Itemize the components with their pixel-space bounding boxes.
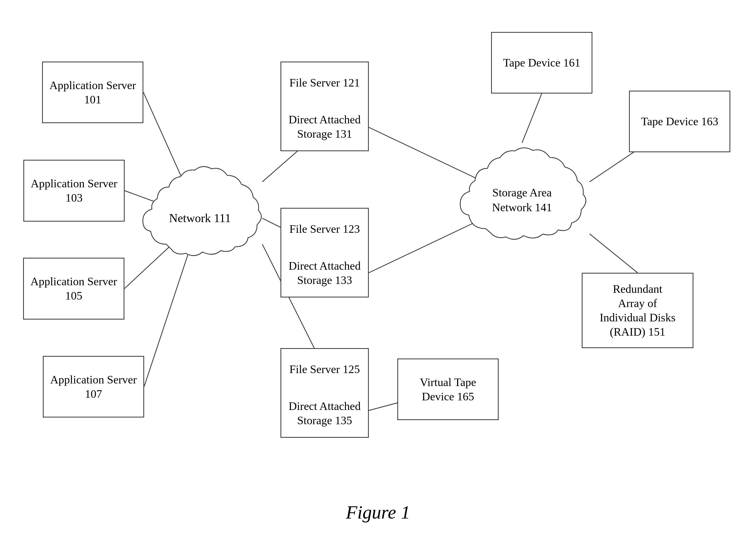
das-135: Direct AttachedStorage 135 (280, 390, 369, 438)
svg-line-11 (590, 234, 638, 273)
diagram: Application Server 101 Application Serve… (0, 0, 756, 544)
virtual-tape-device-165: Virtual TapeDevice 165 (397, 359, 499, 420)
san-141-label: Storage AreaNetwork 141 (487, 185, 557, 215)
svg-line-9 (522, 93, 542, 143)
app-server-105: Application Server 105 (23, 258, 124, 320)
das-131: Direct AttachedStorage 131 (280, 103, 369, 151)
network-111: Network 111 (138, 161, 262, 276)
raid-151: RedundantArray ofIndividual Disks(RAID) … (582, 273, 693, 348)
app-server-103: Application Server 103 (23, 160, 125, 221)
file-server-125: File Server 125 (280, 348, 369, 390)
tape-device-161: Tape Device 161 (491, 32, 592, 93)
das-133: Direct AttachedStorage 133 (280, 249, 369, 298)
figure-caption: Figure 1 (0, 502, 756, 523)
file-server-123: File Server 123 (280, 208, 369, 249)
san-141: Storage AreaNetwork 141 (454, 143, 590, 257)
tape-device-163: Tape Device 163 (629, 91, 730, 152)
network-111-label: Network 111 (169, 210, 231, 226)
app-server-101: Application Server 101 (42, 62, 143, 123)
app-server-107: Application Server 107 (43, 356, 144, 418)
file-server-121: File Server 121 (280, 62, 369, 103)
